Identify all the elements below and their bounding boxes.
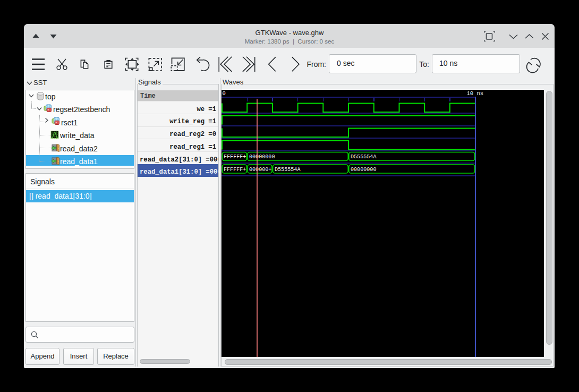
svg-text:From:: From:: [306, 60, 326, 69]
svg-text:FFFFFF+: FFFFFF+: [224, 154, 246, 160]
svg-text:To:: To:: [419, 60, 429, 69]
svg-text:D555554A: D555554A: [275, 167, 301, 173]
svg-text:FFFFFF+: FFFFFF+: [224, 167, 246, 173]
svg-text:00000000: 00000000: [249, 154, 275, 160]
svg-text:0: 0: [223, 90, 226, 97]
svg-text:000000+: 000000+: [249, 167, 271, 173]
svg-text:10: 10: [466, 90, 473, 97]
svg-text:D555554A: D555554A: [351, 154, 377, 160]
svg-text:ns: ns: [477, 90, 484, 97]
svg-text:00000000: 00000000: [351, 167, 376, 173]
